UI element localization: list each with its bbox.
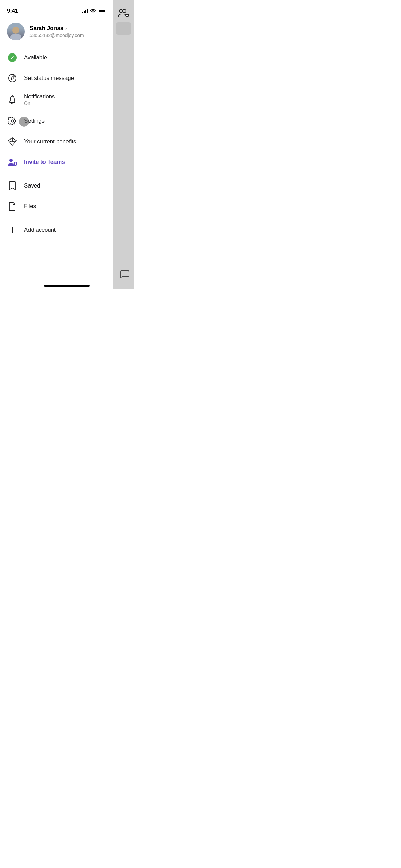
svg-point-11 (9, 159, 13, 162)
profile-name: Sarah Jonas (29, 25, 63, 32)
svg-point-8 (11, 120, 14, 122)
side-panel: 9:41 (0, 0, 113, 240)
divider-2 (0, 218, 113, 218)
profile-section[interactable]: Sarah Jonas › 53d65182@moodjoy.com (0, 17, 113, 47)
invite-icon (7, 157, 18, 168)
touch-indicator (19, 117, 29, 127)
status-time: 9:41 (7, 8, 18, 14)
invite-teams-label: Invite to Teams (24, 159, 106, 166)
add-account-label: Add account (24, 227, 106, 233)
status-bar: 9:41 (0, 0, 113, 17)
files-label: Files (24, 203, 106, 210)
notifications-sublabel: On (24, 100, 106, 106)
saved-label: Saved (24, 182, 106, 189)
screen: 9:41 (0, 0, 134, 289)
set-status-label: Set status message (24, 75, 106, 82)
benefits-label: Your current benefits (24, 138, 106, 145)
notifications-label: Notifications (24, 93, 106, 100)
avatar (7, 23, 25, 40)
profile-chevron: › (65, 26, 67, 31)
svg-point-5 (93, 13, 93, 13)
menu-item-files[interactable]: Files (0, 196, 113, 217)
profile-info: Sarah Jonas › 53d65182@moodjoy.com (29, 25, 106, 38)
plus-icon (7, 225, 18, 236)
edit-icon (7, 73, 18, 84)
svg-point-1 (123, 9, 126, 13)
available-label: Available (24, 54, 106, 61)
right-bottom-icon (120, 269, 130, 279)
menu-item-add-account[interactable]: Add account (0, 220, 113, 240)
divider-1 (0, 174, 113, 174)
menu-item-set-status[interactable]: Set status message (0, 68, 113, 88)
right-panel (113, 0, 134, 289)
diamond-icon (7, 136, 18, 147)
status-icons (82, 9, 106, 13)
svg-point-0 (119, 9, 123, 13)
menu-item-available[interactable]: ✓ Available (0, 47, 113, 68)
right-input-field[interactable] (116, 22, 131, 35)
menu-item-notifications[interactable]: Notifications On (0, 88, 113, 111)
wifi-icon (90, 9, 96, 13)
menu-item-saved[interactable]: Saved (0, 176, 113, 196)
menu-item-benefits[interactable]: Your current benefits (0, 131, 113, 152)
battery-icon (98, 9, 106, 13)
file-icon (7, 201, 18, 212)
bell-icon (7, 94, 18, 105)
gear-icon (7, 116, 18, 126)
settings-label: Settings (24, 118, 106, 124)
add-team-icon-area (117, 7, 130, 19)
available-icon: ✓ (7, 52, 18, 63)
bookmark-icon (7, 180, 18, 191)
home-indicator (44, 285, 90, 287)
menu-item-settings[interactable]: Settings (0, 111, 113, 131)
menu-item-invite-teams[interactable]: Invite to Teams (0, 152, 113, 172)
profile-email: 53d65182@moodjoy.com (29, 33, 106, 38)
signal-icon (82, 9, 88, 13)
